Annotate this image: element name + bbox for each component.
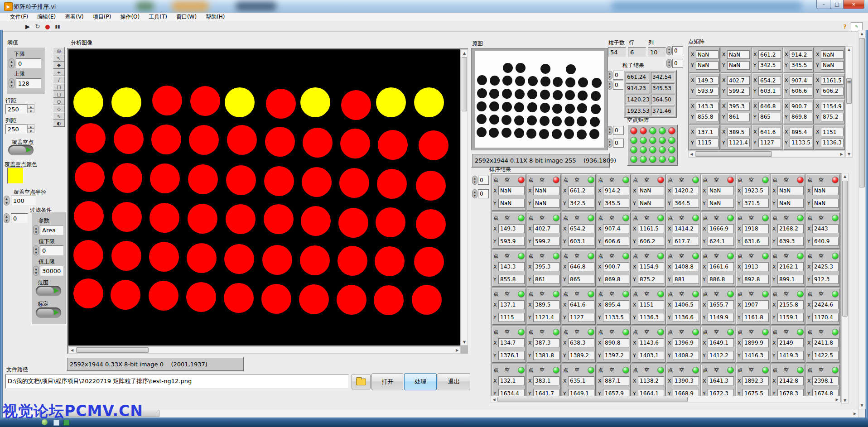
line-tool-button[interactable]: ∕ xyxy=(53,76,65,83)
index-value[interactable]: 0 xyxy=(613,139,624,148)
scroll-up-icon[interactable]: ▲ xyxy=(461,50,468,56)
cover-empty-toggle[interactable] xyxy=(8,145,34,155)
maximize-button[interactable]: □ xyxy=(830,0,844,9)
freehand-tool-button[interactable]: ∿ xyxy=(53,112,65,120)
row-gap-spin-buttons[interactable]: ▲▼ xyxy=(27,104,34,113)
scroll-down-icon[interactable]: ▼ xyxy=(842,398,848,403)
annulus-tool-button[interactable]: ◐ xyxy=(53,120,65,127)
scroll-right-icon[interactable]: ▶ xyxy=(454,347,460,353)
point-matrix-vscroll-thumb[interactable]: ≡ xyxy=(846,78,852,104)
scroll-left-icon[interactable]: ◀ xyxy=(689,151,694,157)
sort-result-hscroll-thumb[interactable] xyxy=(497,397,688,402)
col-gap-spin-buttons[interactable]: ▲▼ xyxy=(27,124,34,133)
exit-button[interactable]: 退出 xyxy=(438,373,470,390)
index-spin-icon[interactable]: ▲▼ xyxy=(607,81,612,90)
point-tool-button[interactable]: + xyxy=(53,69,65,76)
increment-icon[interactable]: ▲ xyxy=(5,197,8,200)
point-matrix-index-2[interactable]: ▲▼ 0 xyxy=(666,59,683,68)
scroll-left-icon[interactable]: ◀ xyxy=(491,396,497,403)
increment-icon[interactable]: ▲ xyxy=(35,226,37,230)
run-continuous-icon[interactable]: ↻ xyxy=(34,22,42,30)
col-gap-control[interactable]: 250 ▲▼ xyxy=(5,124,34,134)
analysis-vscrollbar[interactable]: ▲ ▼ xyxy=(461,49,468,345)
index-spin-icon[interactable]: ▲▼ xyxy=(607,71,612,80)
decrement-icon[interactable]: ▼ xyxy=(5,201,8,204)
filter-index-spinner[interactable]: ▲▼ xyxy=(4,213,10,223)
window-vscroll-thumb[interactable] xyxy=(859,38,865,187)
menu-item[interactable]: 编辑(E) xyxy=(33,13,60,21)
decrement-icon[interactable]: ▼ xyxy=(35,271,37,274)
zoom-tool-button[interactable]: ◎ xyxy=(53,47,65,54)
decrement-icon[interactable]: ▼ xyxy=(35,230,37,234)
lower-limit-spinner[interactable]: ▲▼ xyxy=(9,58,14,68)
decrement-icon[interactable]: ▼ xyxy=(27,129,34,133)
menu-item[interactable]: 查看(V) xyxy=(60,13,88,21)
increment-icon[interactable]: ▲ xyxy=(27,104,34,109)
scroll-down-icon[interactable]: ▼ xyxy=(858,402,865,409)
sort-result-index-1[interactable]: ▲▼ 0 xyxy=(472,176,489,185)
index-spin-icon[interactable]: ▲▼ xyxy=(472,189,477,198)
pan-tool-button[interactable]: ✥ xyxy=(53,62,65,69)
cover-radius-spinner[interactable]: ▲▼ xyxy=(4,196,10,206)
increment-icon[interactable]: ▲ xyxy=(5,215,8,218)
point-matrix-hscrollbar[interactable]: ◀ ▶ xyxy=(688,150,845,158)
range-toggle[interactable] xyxy=(36,286,61,296)
menu-item[interactable]: 窗口(W) xyxy=(172,13,201,21)
abort-icon[interactable]: ● xyxy=(43,22,52,30)
analysis-hscroll-thumb[interactable] xyxy=(76,347,149,353)
value-lower-field[interactable]: 0 xyxy=(40,245,63,255)
increment-icon[interactable]: ▲ xyxy=(10,60,13,63)
analysis-vscroll-thumb[interactable] xyxy=(462,57,467,111)
increment-icon[interactable]: ▲ xyxy=(35,267,37,270)
window-vscrollbar[interactable]: ▲ ▼ xyxy=(858,30,866,409)
scroll-right-icon[interactable]: ▶ xyxy=(851,409,858,417)
sort-result-vscrollbar[interactable]: ▲ ▼ xyxy=(841,173,849,404)
increment-icon[interactable]: ▲ xyxy=(10,80,13,83)
select-tool-button[interactable]: ↖ xyxy=(53,54,65,62)
menu-item[interactable]: 工具(T) xyxy=(144,13,172,21)
decrement-icon[interactable]: ▼ xyxy=(10,64,13,67)
decrement-icon[interactable]: ▼ xyxy=(5,219,8,222)
row-gap-field[interactable]: 250 xyxy=(5,104,27,114)
analysis-hscrollbar[interactable]: ◀ ▶ xyxy=(68,346,461,354)
index-spin-icon[interactable]: ▲▼ xyxy=(666,59,672,68)
sort-result-hscrollbar[interactable]: ◀ ▶ xyxy=(491,396,840,403)
filter-index-field[interactable]: 0 xyxy=(11,213,28,223)
empty-matrix-index-2[interactable]: ▲▼ 0 xyxy=(607,139,624,148)
file-path-input[interactable]: D:\我的文档\项目\程序项目\20220719 矩阵粒子排序\test-ng1… xyxy=(5,374,349,389)
menu-item[interactable]: 文件(F) xyxy=(5,13,33,21)
rounded-rect-tool-button[interactable]: ▢ xyxy=(53,91,65,98)
point-matrix-index-1[interactable]: ▲▼ 0 xyxy=(666,46,683,55)
close-button[interactable]: × xyxy=(843,0,864,9)
value-lower-spinner[interactable]: ▲▼ xyxy=(33,245,39,255)
process-button[interactable]: 处理 xyxy=(404,373,437,390)
index-spin-icon[interactable]: ▲▼ xyxy=(607,139,612,148)
index-spin-icon[interactable]: ▲▼ xyxy=(666,46,672,55)
pause-icon[interactable]: ▮▮ xyxy=(53,22,62,30)
point-matrix-hscroll-thumb[interactable] xyxy=(695,151,772,157)
row-gap-control[interactable]: 250 ▲▼ xyxy=(5,104,34,114)
polygon-tool-button[interactable]: ◇ xyxy=(53,105,65,112)
increment-icon[interactable]: ▲ xyxy=(35,247,37,250)
param-spinner[interactable]: ▲▼ xyxy=(33,225,39,235)
scroll-up-icon[interactable]: ▲ xyxy=(842,173,848,179)
increment-icon[interactable]: ▲ xyxy=(27,124,34,129)
cover-radius-field[interactable]: 100 xyxy=(11,196,36,206)
empty-matrix-index-1[interactable]: ▲▼ 0 xyxy=(607,126,624,135)
menu-item[interactable]: 操作(O) xyxy=(116,13,144,21)
menu-item[interactable]: 帮助(H) xyxy=(201,13,229,21)
value-upper-field[interactable]: 30000 xyxy=(40,266,63,276)
decrement-icon[interactable]: ▼ xyxy=(10,84,13,87)
help-icon[interactable]: ? xyxy=(841,22,849,30)
cover-color-swatch[interactable] xyxy=(7,168,24,184)
index-spin-icon[interactable]: ▲▼ xyxy=(607,126,612,135)
scroll-right-icon[interactable]: ▶ xyxy=(834,396,840,403)
decrement-icon[interactable]: ▼ xyxy=(35,251,37,254)
lower-limit-field[interactable]: 0 xyxy=(16,58,41,68)
upper-limit-field[interactable]: 128 xyxy=(16,78,41,88)
index-value[interactable]: 0 xyxy=(478,176,489,185)
open-button[interactable]: 打开 xyxy=(371,373,403,390)
menu-item[interactable]: 项目(P) xyxy=(88,13,116,21)
scroll-right-icon[interactable]: ▶ xyxy=(839,151,844,157)
scroll-down-icon[interactable]: ▼ xyxy=(846,151,852,157)
